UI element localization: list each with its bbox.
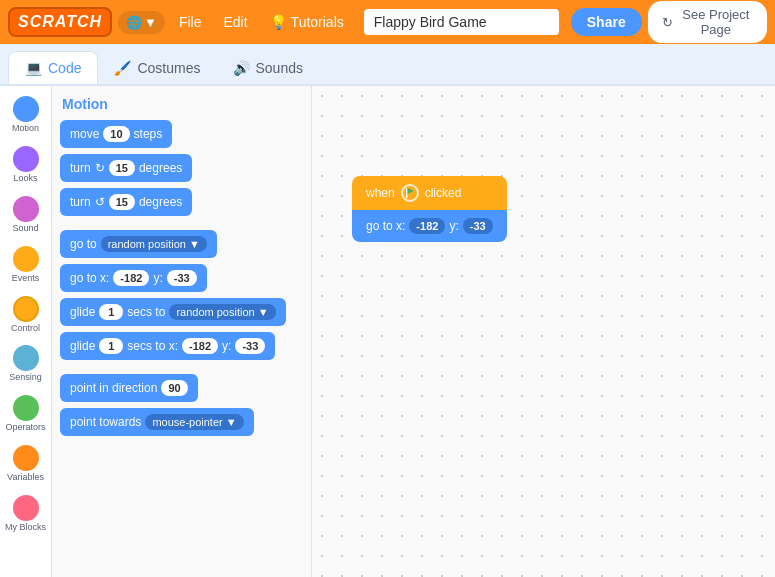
operators-dot [13, 395, 39, 421]
svg-rect-0 [406, 188, 408, 198]
turn-ccw-icon: ↺ [95, 195, 105, 209]
looks-label: Looks [13, 174, 37, 184]
move-steps-input[interactable]: 10 [103, 126, 129, 142]
category-control[interactable]: Control [0, 292, 51, 338]
tutorials-label: Tutorials [291, 14, 344, 30]
block-turn-ccw[interactable]: turn ↺ 15 degrees [60, 188, 192, 216]
steps-label: steps [134, 127, 163, 141]
ws-goto-label: go to x: [366, 219, 405, 233]
sounds-tab-icon: 🔊 [233, 60, 250, 76]
ws-y-input[interactable]: -33 [463, 218, 493, 234]
tab-costumes[interactable]: 🖌️ Costumes [98, 52, 216, 84]
see-project-label: See Project Page [679, 7, 753, 37]
scratch-logo[interactable]: SCRATCH [8, 7, 112, 37]
globe-chevron: ▼ [144, 15, 157, 30]
variables-label: Variables [7, 473, 44, 483]
control-label: Control [11, 324, 40, 334]
goto-y-label: y: [153, 271, 162, 285]
ws-event-block[interactable]: when clicked [352, 176, 507, 210]
glide-random-dropdown[interactable]: random position ▼ [169, 304, 275, 320]
point-dir-input[interactable]: 90 [161, 380, 187, 396]
glide-random-secs-input[interactable]: 1 [99, 304, 123, 320]
sensing-dot [13, 345, 39, 371]
globe-button[interactable]: 🌐 ▼ [118, 11, 165, 34]
tab-code[interactable]: 💻 Code [8, 51, 98, 84]
blocks-panel: Motion move 10 steps turn ↻ 15 degrees t… [52, 86, 312, 577]
see-project-button[interactable]: ↻ See Project Page [648, 1, 767, 43]
ws-when-label: when [366, 186, 395, 200]
tutorials-button[interactable]: 💡 Tutorials [262, 10, 352, 34]
variables-dot [13, 445, 39, 471]
share-button[interactable]: Share [571, 8, 642, 36]
block-glide-xy[interactable]: glide 1 secs to x: -182 y: -33 [60, 332, 275, 360]
category-operators[interactable]: Operators [0, 391, 51, 437]
point-dir-label: point in direction [70, 381, 157, 395]
file-menu[interactable]: File [171, 10, 210, 34]
block-move-steps[interactable]: move 10 steps [60, 120, 172, 148]
workspace[interactable]: when clicked go to x: -182 y: -33 [312, 86, 775, 577]
categories-sidebar: Motion Looks Sound Events Control Sensin… [0, 86, 52, 577]
move-label: move [70, 127, 99, 141]
block-goto-xy[interactable]: go to x: -182 y: -33 [60, 264, 207, 292]
looks-dot [13, 146, 39, 172]
turn-ccw-degrees-label: degrees [139, 195, 182, 209]
goto-y-input[interactable]: -33 [167, 270, 197, 286]
bulb-icon: 💡 [270, 14, 287, 30]
category-events[interactable]: Events [0, 242, 51, 288]
glide-xy-secs-input[interactable]: 1 [99, 338, 123, 354]
operators-label: Operators [5, 423, 45, 433]
ws-flag-circle [401, 184, 419, 202]
block-point-towards[interactable]: point towards mouse-pointer ▼ [60, 408, 254, 436]
category-motion[interactable]: Motion [0, 92, 51, 138]
workspace-script-group: when clicked go to x: -182 y: -33 [352, 176, 507, 242]
block-turn-cw[interactable]: turn ↻ 15 degrees [60, 154, 192, 182]
category-sound[interactable]: Sound [0, 192, 51, 238]
blocks-panel-title: Motion [60, 96, 303, 112]
tab-sounds[interactable]: 🔊 Sounds [217, 52, 319, 84]
costumes-tab-icon: 🖌️ [114, 60, 131, 76]
ws-motion-block[interactable]: go to x: -182 y: -33 [352, 210, 507, 242]
dropdown-arrow-icon: ▼ [189, 238, 200, 250]
control-dot [13, 296, 39, 322]
glide-xy-x-input[interactable]: -182 [182, 338, 218, 354]
sensing-label: Sensing [9, 373, 42, 383]
point-towards-arrow-icon: ▼ [226, 416, 237, 428]
goto-x-input[interactable]: -182 [113, 270, 149, 286]
navbar: SCRATCH 🌐 ▼ File Edit 💡 Tutorials Share … [0, 0, 775, 44]
category-looks[interactable]: Looks [0, 142, 51, 188]
edit-menu[interactable]: Edit [215, 10, 255, 34]
turn-ccw-degrees-input[interactable]: 15 [109, 194, 135, 210]
category-sensing[interactable]: Sensing [0, 341, 51, 387]
project-name-input[interactable] [364, 9, 559, 35]
globe-icon: 🌐 [126, 15, 142, 30]
sound-dot [13, 196, 39, 222]
point-towards-dropdown[interactable]: mouse-pointer ▼ [145, 414, 243, 430]
myblocks-dot [13, 495, 39, 521]
events-label: Events [12, 274, 40, 284]
glide-xy-y-label: y: [222, 339, 231, 353]
block-goto-random[interactable]: go to random position ▼ [60, 230, 217, 258]
events-dot [13, 246, 39, 272]
refresh-icon: ↻ [662, 15, 673, 30]
block-glide-random[interactable]: glide 1 secs to random position ▼ [60, 298, 286, 326]
category-myblocks[interactable]: My Blocks [0, 491, 51, 537]
glide-xy-y-input[interactable]: -33 [235, 338, 265, 354]
main-area: Motion Looks Sound Events Control Sensin… [0, 86, 775, 577]
svg-marker-1 [407, 188, 414, 194]
sounds-tab-label: Sounds [256, 60, 303, 76]
motion-dot [13, 96, 39, 122]
sound-label: Sound [12, 224, 38, 234]
turn-ccw-label: turn [70, 195, 91, 209]
flag-svg-icon [404, 187, 416, 199]
category-variables[interactable]: Variables [0, 441, 51, 487]
turn-cw-degrees-input[interactable]: 15 [109, 160, 135, 176]
costumes-tab-label: Costumes [137, 60, 200, 76]
myblocks-label: My Blocks [5, 523, 46, 533]
block-point-direction[interactable]: point in direction 90 [60, 374, 198, 402]
goto-menu-dropdown[interactable]: random position ▼ [101, 236, 207, 252]
motion-label: Motion [12, 124, 39, 134]
ws-x-input[interactable]: -182 [409, 218, 445, 234]
ws-clicked-label: clicked [425, 186, 462, 200]
turn-cw-degrees-label: degrees [139, 161, 182, 175]
glide-dropdown-arrow-icon: ▼ [258, 306, 269, 318]
